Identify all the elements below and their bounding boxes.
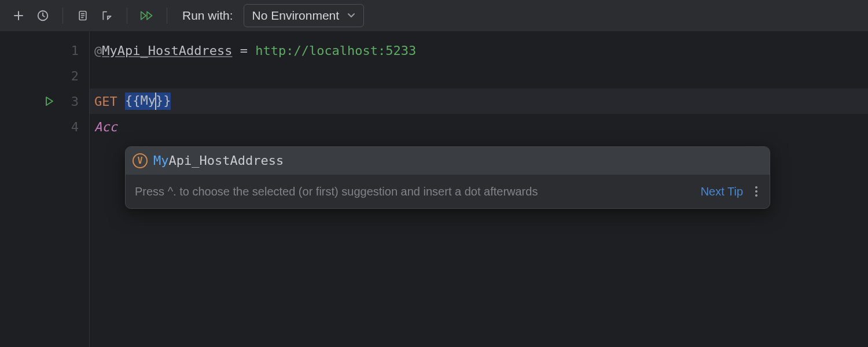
url-token: http://localhost:5233 bbox=[255, 43, 416, 58]
environment-selected-value: No Environment bbox=[252, 9, 340, 23]
run-all-icon bbox=[140, 10, 154, 21]
brace-token: }} bbox=[156, 93, 171, 108]
line-number: 1 bbox=[61, 43, 79, 58]
svg-point-2 bbox=[755, 186, 757, 189]
svg-point-4 bbox=[755, 194, 757, 197]
add-button[interactable] bbox=[8, 5, 29, 26]
variable-badge-icon: V bbox=[133, 153, 148, 168]
completion-hint-text: Press ^. to choose the selected (or firs… bbox=[135, 185, 692, 198]
next-tip-link[interactable]: Next Tip bbox=[701, 185, 743, 198]
toolbar-separator bbox=[127, 8, 127, 24]
toolbar-separator bbox=[62, 8, 63, 24]
examples-button[interactable] bbox=[72, 5, 93, 26]
code-line bbox=[90, 63, 868, 88]
environment-select[interactable]: No Environment bbox=[244, 4, 365, 27]
completion-match: My bbox=[153, 153, 169, 168]
kebab-icon bbox=[755, 186, 758, 197]
toolbar: Run with: No Environment bbox=[0, 0, 868, 32]
import-button[interactable] bbox=[97, 5, 117, 26]
completion-hint-bar: Press ^. to choose the selected (or firs… bbox=[126, 175, 770, 208]
editor: 1 2 3 4 @MyApi_HostAddress = http://loca… bbox=[0, 32, 868, 347]
toolbar-separator bbox=[167, 8, 167, 24]
completion-rest: Api_HostAddress bbox=[169, 153, 284, 168]
run-all-button[interactable] bbox=[137, 5, 157, 26]
typed-token: My bbox=[140, 93, 156, 108]
completion-item[interactable]: V MyApi_HostAddress bbox=[126, 147, 770, 175]
line-number: 2 bbox=[61, 69, 79, 83]
completion-popup: V MyApi_HostAddress Press ^. to choose t… bbox=[125, 146, 770, 209]
header-token: Acc bbox=[94, 120, 117, 134]
document-icon bbox=[77, 10, 89, 21]
var-token: MyApi_HostAddress bbox=[102, 43, 232, 58]
eq-token: = bbox=[232, 43, 255, 58]
history-button[interactable] bbox=[32, 5, 53, 26]
more-button[interactable] bbox=[752, 186, 760, 197]
code-line: @MyApi_HostAddress = http://localhost:52… bbox=[90, 38, 868, 63]
code-line-current: GET {{My}} bbox=[90, 88, 868, 114]
run-with-label: Run with: bbox=[182, 9, 233, 23]
method-token: GET bbox=[94, 94, 125, 109]
run-line-button[interactable] bbox=[44, 96, 54, 106]
chevron-down-icon bbox=[347, 13, 355, 19]
svg-point-3 bbox=[755, 190, 757, 193]
gutter: 1 2 3 4 bbox=[0, 32, 90, 347]
play-icon bbox=[44, 96, 54, 106]
clock-icon bbox=[36, 9, 49, 22]
line-number: 3 bbox=[61, 94, 79, 109]
brace-token: {{ bbox=[125, 93, 141, 108]
plus-icon bbox=[13, 10, 24, 21]
at-token: @ bbox=[94, 43, 102, 58]
code-line: Acc bbox=[90, 114, 868, 139]
import-icon bbox=[101, 10, 113, 21]
line-number: 4 bbox=[61, 120, 79, 134]
